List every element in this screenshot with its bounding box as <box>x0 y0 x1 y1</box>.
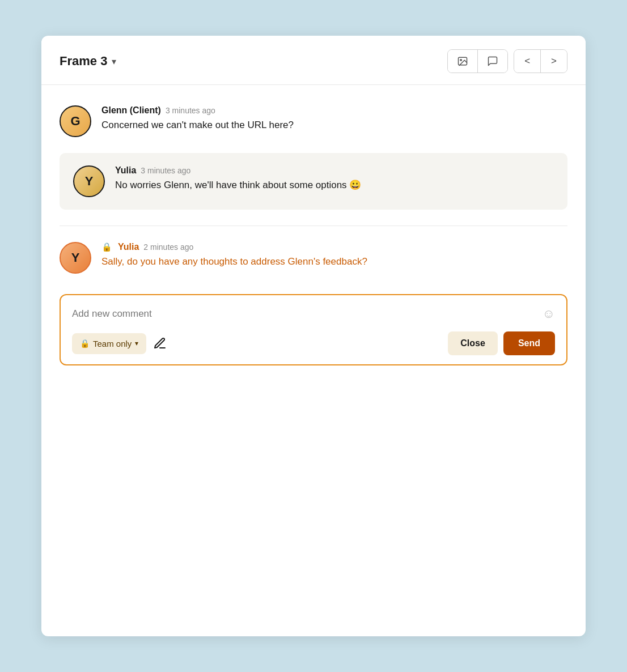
comment-time-yulia-reply: 3 minutes ago <box>141 166 190 175</box>
comment-author-yulia-reply: Yulia <box>115 165 136 176</box>
close-button[interactable]: Close <box>448 331 498 355</box>
input-actions-right: Close Send <box>448 331 555 355</box>
comment-text-yulia-reply: No worries Glenn, we'll have think about… <box>115 178 361 193</box>
comment-icon <box>487 56 498 67</box>
section-divider <box>60 226 567 226</box>
comment-body-yulia-mention: 🔒 Yulia 2 minutes ago Sally, do you have… <box>101 242 367 269</box>
comment-meta-glenn: Glenn (Client) 3 minutes ago <box>101 105 294 116</box>
input-row: ☺ <box>72 307 555 321</box>
content-area: G Glenn (Client) 3 minutes ago Concerned… <box>41 85 586 636</box>
avatar-yulia-reply: Y <box>73 165 105 197</box>
image-icon <box>457 56 468 67</box>
comment-view-button[interactable] <box>478 50 507 73</box>
avatar-letter-glenn: G <box>70 114 80 129</box>
comment-input[interactable] <box>72 308 543 320</box>
avatar-letter-yulia-mention: Y <box>71 250 80 265</box>
team-only-chevron-icon: ▾ <box>135 339 138 347</box>
next-button[interactable]: > <box>541 50 567 73</box>
reply-block-yulia: Y Yulia 3 minutes ago No worries Glenn, … <box>60 153 567 210</box>
input-actions-left: 🔒 Team only ▾ <box>72 333 167 354</box>
edit-button[interactable] <box>153 337 167 350</box>
navigation-group: < > <box>514 49 567 73</box>
comment-text-yulia-mention: Sally, do you have any thoughts to addre… <box>101 254 367 269</box>
title-chevron-icon[interactable]: ▾ <box>112 56 116 67</box>
comment-meta-yulia-reply: Yulia 3 minutes ago <box>115 165 361 176</box>
input-actions: 🔒 Team only ▾ Close Send <box>72 331 555 355</box>
comment-body-glenn: Glenn (Client) 3 minutes ago Concerned w… <box>101 105 294 133</box>
comment-meta-yulia-mention: 🔒 Yulia 2 minutes ago <box>101 242 367 252</box>
emoji-button[interactable]: ☺ <box>543 307 555 321</box>
prev-button[interactable]: < <box>514 50 541 73</box>
frame-title: Frame 3 <box>60 54 107 69</box>
avatar-letter-yulia-reply: Y <box>85 174 94 189</box>
team-only-button[interactable]: 🔒 Team only ▾ <box>72 333 146 354</box>
header-right: < > <box>447 49 567 73</box>
comment-author-yulia-mention: Yulia <box>118 242 139 252</box>
image-view-button[interactable] <box>448 50 478 73</box>
comment-glenn: G Glenn (Client) 3 minutes ago Concerned… <box>60 105 567 153</box>
lock-icon: 🔒 <box>101 242 112 252</box>
svg-point-1 <box>460 59 462 61</box>
reply-inner: Y Yulia 3 minutes ago No worries Glenn, … <box>73 165 554 197</box>
main-window: Frame 3 ▾ <box>41 36 586 636</box>
team-only-lock-icon: 🔒 <box>80 339 90 348</box>
comment-time-yulia-mention: 2 minutes ago <box>143 243 193 252</box>
comment-time-glenn: 3 minutes ago <box>166 106 215 115</box>
avatar-glenn: G <box>60 105 91 137</box>
new-comment-area: ☺ 🔒 Team only ▾ <box>60 294 567 365</box>
comment-body-yulia-reply: Yulia 3 minutes ago No worries Glenn, we… <box>115 165 361 193</box>
send-button[interactable]: Send <box>503 331 555 355</box>
avatar-yulia-mention: Y <box>60 242 91 274</box>
team-only-label: Team only <box>93 339 132 348</box>
header: Frame 3 ▾ <box>41 36 586 85</box>
view-toggle-group <box>447 49 508 73</box>
comment-text-glenn: Concerned we can't make out the URL here… <box>101 118 294 133</box>
pencil-icon <box>153 337 167 350</box>
comment-author-glenn: Glenn (Client) <box>101 105 161 116</box>
header-left: Frame 3 ▾ <box>60 54 116 69</box>
comment-yulia-mention: Y 🔒 Yulia 2 minutes ago Sally, do you ha… <box>60 242 567 290</box>
